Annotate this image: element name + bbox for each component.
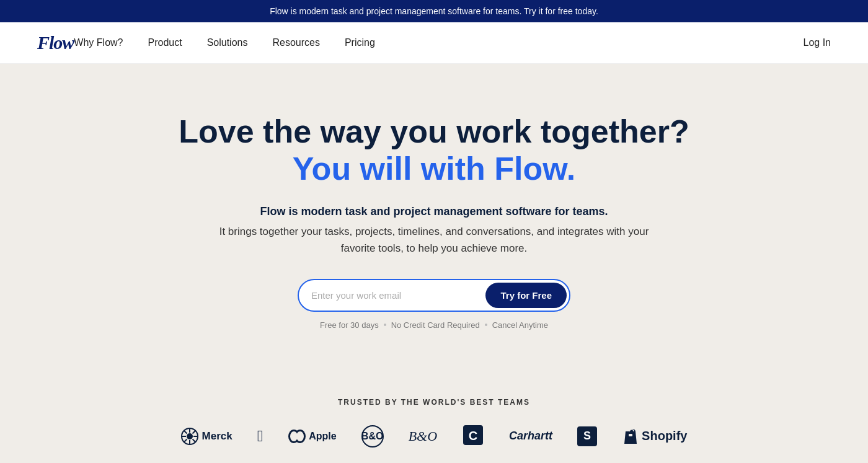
brand-s: S xyxy=(577,426,597,446)
ogilvy-label: Carhartt xyxy=(509,430,552,442)
hero-section: Love the way you work together? You will… xyxy=(0,64,868,367)
footnote-cancel: Cancel Anytime xyxy=(492,320,548,330)
brand-shopify: Shopify xyxy=(622,426,687,446)
svg-point-1 xyxy=(187,433,193,439)
redbull-label: Apple xyxy=(309,431,336,442)
svg-point-13 xyxy=(296,431,304,441)
brand-redbull: Apple xyxy=(288,427,336,446)
brand-apple:  xyxy=(257,426,264,446)
email-input[interactable] xyxy=(311,284,485,307)
brand-glam: B&O xyxy=(409,428,437,444)
shopify-label: Shopify xyxy=(642,429,687,443)
svg-line-9 xyxy=(184,439,187,442)
redbull-icon xyxy=(288,427,306,446)
headline-black: Love the way you work together? xyxy=(179,113,689,149)
brand-merck: Merck xyxy=(181,428,232,445)
svg-line-8 xyxy=(192,430,195,433)
nav-links: Why Flow? Product Solutions Resources Pr… xyxy=(74,37,803,48)
nav-item-pricing[interactable]: Pricing xyxy=(345,37,375,48)
dot-separator-1 xyxy=(384,324,386,326)
subtitle-bold: Flow is modern task and project manageme… xyxy=(217,205,651,218)
footnote-free: Free for 30 days xyxy=(320,320,379,330)
login-button[interactable]: Log In xyxy=(804,37,831,48)
brand-bo: B&O xyxy=(361,425,384,448)
carhartt-icon: C xyxy=(462,424,484,446)
svg-line-7 xyxy=(192,439,195,442)
nav-item-product[interactable]: Product xyxy=(148,37,182,48)
s-label: S xyxy=(583,430,591,443)
merck-icon xyxy=(181,428,198,445)
brand-logos: Merck  Apple B&O B&O xyxy=(12,424,856,449)
email-signup-form: Try for Free xyxy=(298,279,570,312)
announcement-banner: Flow is modern task and project manageme… xyxy=(0,0,868,22)
apple-icon:  xyxy=(257,426,264,445)
form-footnote: Free for 30 days No Credit Card Required… xyxy=(12,320,856,330)
trusted-section: TRUSTED BY THE WORLD'S BEST TEAMS Merck … xyxy=(0,367,868,463)
logo[interactable]: Flow xyxy=(37,32,74,53)
hero-headline: Love the way you work together? You will… xyxy=(12,113,856,188)
banner-text: Flow is modern task and project manageme… xyxy=(270,6,598,16)
svg-text:C: C xyxy=(469,429,477,443)
brand-ogilvy: Carhartt xyxy=(509,430,552,443)
try-for-free-button[interactable]: Try for Free xyxy=(485,283,567,308)
subtitle-light: It brings together your tasks, projects,… xyxy=(217,223,651,257)
trusted-label: TRUSTED BY THE WORLD'S BEST TEAMS xyxy=(12,398,856,407)
dot-separator-2 xyxy=(485,324,487,326)
svg-line-6 xyxy=(184,430,187,433)
nav-item-solutions[interactable]: Solutions xyxy=(207,37,248,48)
hero-subtitle: Flow is modern task and project manageme… xyxy=(217,205,651,257)
nav-item-why-flow[interactable]: Why Flow? xyxy=(74,37,123,48)
main-nav: Flow Why Flow? Product Solutions Resourc… xyxy=(0,22,868,64)
bo-label: B&O xyxy=(361,431,384,442)
merck-label: Merck xyxy=(202,430,232,443)
footnote-no-cc: No Credit Card Required xyxy=(391,320,480,330)
nav-item-resources[interactable]: Resources xyxy=(272,37,319,48)
svg-rect-16 xyxy=(629,434,632,436)
shopify-bag-icon xyxy=(622,426,639,446)
headline-blue: You will with Flow. xyxy=(293,151,575,187)
glam-label: B&O xyxy=(409,428,437,444)
brand-carhartt: C xyxy=(462,424,484,449)
